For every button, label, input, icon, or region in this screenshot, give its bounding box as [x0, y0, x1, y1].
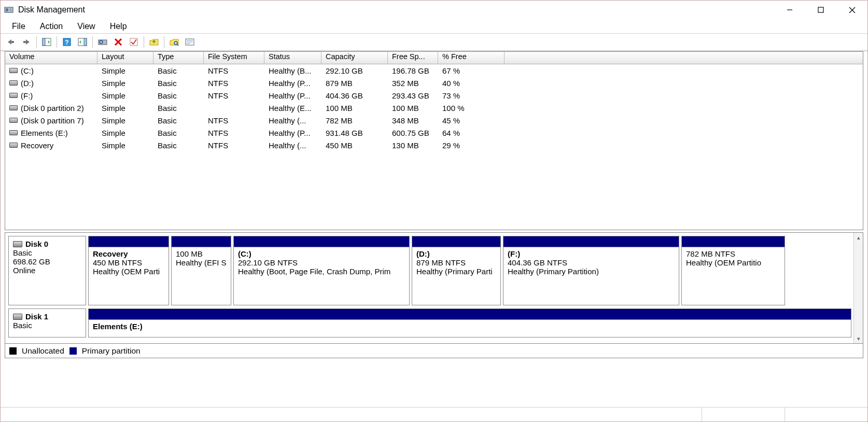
volume-pct-free: 29 %: [438, 140, 505, 150]
col-free-space[interactable]: Free Sp...: [388, 52, 438, 64]
disk0-partition[interactable]: Recovery450 MB NTFSHealthy (OEM Parti: [88, 236, 169, 305]
volume-list[interactable]: Volume Layout Type File System Status Ca…: [5, 51, 863, 230]
delete-button[interactable]: [111, 35, 125, 49]
maximize-button[interactable]: [805, 1, 836, 19]
col-status[interactable]: Status: [264, 52, 321, 64]
svg-rect-4: [818, 7, 823, 12]
show-hide-action-pane-button[interactable]: [75, 35, 90, 49]
col-volume[interactable]: Volume: [5, 52, 97, 64]
check-button[interactable]: [127, 35, 141, 49]
volume-filesystem: NTFS: [204, 66, 264, 76]
partition-status: Healthy (Primary Parti: [416, 267, 496, 276]
volume-type: Basic: [153, 78, 204, 88]
volume-capacity: 404.36 GB: [321, 91, 388, 101]
volume-capacity: 879 MB: [321, 78, 388, 88]
drive-icon: [9, 105, 18, 110]
disk0-partition[interactable]: (C:)292.10 GB NTFSHealthy (Boot, Page Fi…: [233, 236, 410, 305]
svg-text:?: ?: [65, 39, 68, 46]
show-hide-console-tree-button[interactable]: [39, 35, 54, 49]
search-folder-button[interactable]: [167, 35, 181, 49]
svg-rect-10: [43, 38, 45, 46]
vertical-scrollbar[interactable]: ▴ ▾: [853, 233, 863, 343]
drive-icon: [9, 118, 18, 123]
disk-row-1: Disk 1 Basic Elements (E:): [8, 308, 851, 337]
volume-pct-free: 40 %: [438, 78, 505, 88]
drive-icon: [9, 93, 18, 98]
volume-name: (D:): [5, 78, 97, 88]
col-pct-free[interactable]: % Free: [438, 52, 505, 64]
disk1-type: Basic: [13, 321, 81, 330]
disk-scroll-area[interactable]: Disk 0 Basic 698.62 GB Online Recovery45…: [5, 233, 853, 343]
volume-pct-free: 64 %: [438, 128, 505, 138]
disk0-partition[interactable]: 100 MBHealthy (EFI S: [171, 236, 231, 305]
volume-row[interactable]: (Disk 0 partition 7)SimpleBasicNTFSHealt…: [5, 114, 863, 126]
legend-unallocated: Unallocated: [22, 346, 64, 356]
volume-status: Healthy (P...: [264, 78, 321, 88]
volume-type: Basic: [153, 128, 204, 138]
volume-filesystem: NTFS: [204, 78, 264, 88]
scroll-up-button[interactable]: ▴: [854, 233, 863, 242]
partition-size: 404.36 GB NTFS: [508, 258, 675, 267]
drive-icon: [9, 130, 18, 135]
menu-help[interactable]: Help: [104, 21, 133, 32]
partition-header-stripe: [412, 236, 500, 247]
svg-rect-2: [9, 8, 12, 11]
volume-capacity: 100 MB: [321, 103, 388, 113]
scroll-down-button[interactable]: ▾: [854, 334, 863, 343]
folder-up-button[interactable]: [147, 35, 161, 49]
volume-free: 100 MB: [388, 103, 438, 113]
disk0-partition[interactable]: (F:)404.36 GB NTFSHealthy (Primary Parti…: [503, 236, 679, 305]
menu-view[interactable]: View: [71, 21, 101, 32]
partition-header-stripe: [682, 236, 785, 247]
volume-capacity: 931.48 GB: [321, 128, 388, 138]
volume-layout: Simple: [97, 66, 153, 76]
close-button[interactable]: [836, 1, 867, 19]
help-button[interactable]: ?: [60, 35, 74, 49]
app-icon: [4, 5, 14, 15]
disk1-info[interactable]: Disk 1 Basic: [8, 308, 86, 337]
partition-name: (D:): [416, 249, 496, 258]
legend-swatch-unallocated: [9, 347, 17, 355]
volume-name: Elements (E:): [5, 128, 97, 138]
partition-status: Healthy (OEM Partitio: [686, 258, 780, 267]
menu-action[interactable]: Action: [34, 21, 69, 32]
col-filesystem[interactable]: File System: [204, 52, 264, 64]
disk1-part-name: Elements (E:): [93, 322, 847, 331]
properties-button[interactable]: [183, 35, 197, 49]
col-type[interactable]: Type: [153, 52, 204, 64]
volume-layout: Simple: [97, 116, 153, 125]
volume-capacity: 450 MB: [321, 140, 388, 150]
volume-row[interactable]: (F:)SimpleBasicNTFSHealthy (P...404.36 G…: [5, 89, 863, 102]
volume-pct-free: 45 %: [438, 116, 505, 125]
disk1-part-elements[interactable]: Elements (E:): [88, 308, 851, 337]
volume-status: Healthy (P...: [264, 91, 321, 101]
volume-type: Basic: [153, 91, 204, 101]
disk-row-0: Disk 0 Basic 698.62 GB Online Recovery45…: [8, 236, 851, 305]
status-bar: [1, 407, 867, 421]
volume-row[interactable]: (C:)SimpleBasicNTFSHealthy (B...292.10 G…: [5, 64, 863, 77]
col-layout[interactable]: Layout: [97, 52, 153, 64]
refresh-button[interactable]: [95, 35, 110, 49]
volume-row[interactable]: Elements (E:)SimpleBasicNTFSHealthy (P..…: [5, 126, 863, 139]
col-capacity[interactable]: Capacity: [321, 52, 388, 64]
titlebar: Disk Management: [1, 1, 867, 19]
volume-layout: Simple: [97, 140, 153, 150]
partition-name: (F:): [508, 249, 675, 258]
minimize-button[interactable]: [774, 1, 805, 19]
disk0-partition[interactable]: (D:)879 MB NTFSHealthy (Primary Parti: [412, 236, 501, 305]
disk0-partition[interactable]: 782 MB NTFSHealthy (OEM Partitio: [681, 236, 785, 305]
volume-row[interactable]: RecoverySimpleBasicNTFSHealthy (...450 M…: [5, 139, 863, 151]
col-empty: [505, 52, 863, 64]
disk1-label: Disk 1: [25, 312, 48, 321]
volume-layout: Simple: [97, 128, 153, 138]
back-button[interactable]: [4, 35, 18, 49]
toolbar: ?: [1, 34, 867, 51]
partition-header-stripe: [172, 236, 231, 247]
volume-free: 352 MB: [388, 78, 438, 88]
menu-file[interactable]: File: [6, 21, 32, 32]
partition-status: Healthy (Boot, Page File, Crash Dump, Pr…: [238, 267, 405, 276]
disk0-info[interactable]: Disk 0 Basic 698.62 GB Online: [8, 236, 86, 305]
volume-row[interactable]: (Disk 0 partition 2)SimpleBasicHealthy (…: [5, 102, 863, 114]
forward-button[interactable]: [19, 35, 34, 49]
volume-row[interactable]: (D:)SimpleBasicNTFSHealthy (P...879 MB35…: [5, 77, 863, 89]
